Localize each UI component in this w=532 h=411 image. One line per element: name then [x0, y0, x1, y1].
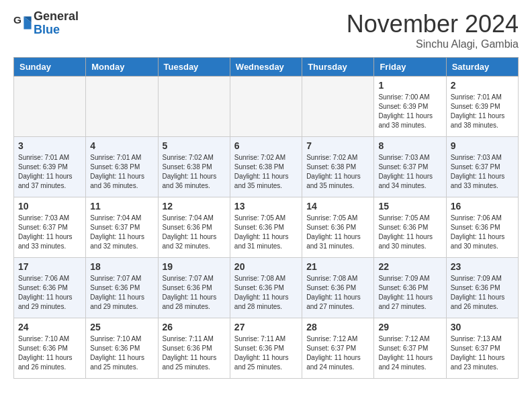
calendar-cell: 20Sunrise: 7:08 AM Sunset: 6:36 PM Dayli… [230, 258, 302, 318]
calendar-cell: 16Sunrise: 7:06 AM Sunset: 6:36 PM Dayli… [446, 197, 518, 258]
day-number: 13 [234, 201, 298, 212]
calendar-cell [230, 77, 302, 137]
day-number: 15 [378, 201, 441, 212]
calendar-cell: 2Sunrise: 7:01 AM Sunset: 6:39 PM Daylig… [446, 77, 518, 137]
day-number: 23 [451, 261, 514, 272]
calendar-cell: 21Sunrise: 7:08 AM Sunset: 6:36 PM Dayli… [302, 258, 374, 318]
calendar-cell: 11Sunrise: 7:04 AM Sunset: 6:37 PM Dayli… [86, 197, 158, 258]
weekday-header: Saturday [446, 58, 518, 77]
calendar-week-row: 1Sunrise: 7:00 AM Sunset: 6:39 PM Daylig… [14, 77, 519, 137]
weekday-header: Thursday [302, 58, 374, 77]
day-info: Sunrise: 7:03 AM Sunset: 6:37 PM Dayligh… [451, 153, 514, 191]
day-info: Sunrise: 7:10 AM Sunset: 6:36 PM Dayligh… [18, 334, 81, 372]
title-section: November 2024 Sinchu Alagi, Gambia [347, 10, 519, 50]
day-number: 8 [378, 140, 441, 151]
logo-general: General [34, 9, 79, 23]
day-number: 12 [163, 201, 226, 212]
calendar-week-row: 10Sunrise: 7:03 AM Sunset: 6:37 PM Dayli… [14, 197, 519, 258]
logo-text: General Blue [34, 10, 79, 37]
calendar-cell: 24Sunrise: 7:10 AM Sunset: 6:36 PM Dayli… [14, 318, 86, 379]
day-number: 17 [18, 261, 81, 272]
calendar-cell: 6Sunrise: 7:02 AM Sunset: 6:38 PM Daylig… [230, 137, 302, 197]
day-number: 6 [234, 140, 298, 151]
calendar-cell [302, 77, 374, 137]
day-info: Sunrise: 7:09 AM Sunset: 6:36 PM Dayligh… [378, 274, 441, 312]
day-info: Sunrise: 7:11 AM Sunset: 6:36 PM Dayligh… [163, 334, 226, 372]
calendar-cell: 25Sunrise: 7:10 AM Sunset: 6:36 PM Dayli… [86, 318, 158, 379]
calendar-cell [14, 77, 86, 137]
calendar-week-row: 17Sunrise: 7:06 AM Sunset: 6:36 PM Dayli… [14, 258, 519, 318]
day-number: 20 [234, 261, 298, 272]
calendar-cell: 23Sunrise: 7:09 AM Sunset: 6:36 PM Dayli… [446, 258, 518, 318]
day-info: Sunrise: 7:07 AM Sunset: 6:36 PM Dayligh… [163, 274, 226, 312]
day-info: Sunrise: 7:12 AM Sunset: 6:37 PM Dayligh… [306, 334, 369, 372]
calendar-cell: 4Sunrise: 7:01 AM Sunset: 6:38 PM Daylig… [86, 137, 158, 197]
day-info: Sunrise: 7:01 AM Sunset: 6:38 PM Dayligh… [90, 153, 153, 191]
day-info: Sunrise: 7:06 AM Sunset: 6:36 PM Dayligh… [18, 274, 81, 312]
calendar-cell: 22Sunrise: 7:09 AM Sunset: 6:36 PM Dayli… [374, 258, 446, 318]
calendar-cell: 14Sunrise: 7:05 AM Sunset: 6:36 PM Dayli… [302, 197, 374, 258]
month-title: November 2024 [347, 10, 519, 38]
calendar-cell: 12Sunrise: 7:04 AM Sunset: 6:36 PM Dayli… [158, 197, 230, 258]
day-info: Sunrise: 7:11 AM Sunset: 6:36 PM Dayligh… [234, 334, 298, 372]
day-number: 24 [18, 322, 81, 332]
day-info: Sunrise: 7:04 AM Sunset: 6:37 PM Dayligh… [90, 214, 153, 251]
calendar: SundayMondayTuesdayWednesdayThursdayFrid… [13, 57, 519, 379]
weekday-header: Sunday [14, 58, 86, 77]
calendar-week-row: 3Sunrise: 7:01 AM Sunset: 6:39 PM Daylig… [14, 137, 519, 197]
day-number: 27 [234, 322, 298, 332]
day-number: 14 [306, 201, 369, 212]
calendar-cell [158, 77, 230, 137]
logo: G General Blue [13, 10, 79, 37]
day-number: 28 [306, 322, 369, 332]
day-info: Sunrise: 7:04 AM Sunset: 6:36 PM Dayligh… [163, 214, 226, 251]
day-info: Sunrise: 7:03 AM Sunset: 6:37 PM Dayligh… [378, 153, 441, 191]
day-info: Sunrise: 7:07 AM Sunset: 6:36 PM Dayligh… [90, 274, 153, 312]
day-info: Sunrise: 7:10 AM Sunset: 6:36 PM Dayligh… [90, 334, 153, 372]
header: G General Blue November 2024 Sinchu Alag… [13, 10, 519, 50]
day-number: 5 [163, 140, 226, 151]
calendar-cell: 17Sunrise: 7:06 AM Sunset: 6:36 PM Dayli… [14, 258, 86, 318]
day-number: 18 [90, 261, 153, 272]
day-info: Sunrise: 7:08 AM Sunset: 6:36 PM Dayligh… [306, 274, 369, 312]
weekday-header: Wednesday [230, 58, 302, 77]
day-number: 7 [306, 140, 369, 151]
day-number: 1 [378, 80, 441, 91]
weekday-header: Tuesday [158, 58, 230, 77]
calendar-cell: 7Sunrise: 7:02 AM Sunset: 6:38 PM Daylig… [302, 137, 374, 197]
page: G General Blue November 2024 Sinchu Alag… [0, 0, 532, 389]
calendar-cell: 19Sunrise: 7:07 AM Sunset: 6:36 PM Dayli… [158, 258, 230, 318]
day-info: Sunrise: 7:00 AM Sunset: 6:39 PM Dayligh… [378, 93, 441, 130]
day-info: Sunrise: 7:12 AM Sunset: 6:37 PM Dayligh… [378, 334, 441, 372]
day-number: 26 [163, 322, 226, 332]
logo-icon: G [13, 14, 32, 33]
day-info: Sunrise: 7:01 AM Sunset: 6:39 PM Dayligh… [451, 93, 514, 130]
day-info: Sunrise: 7:08 AM Sunset: 6:36 PM Dayligh… [234, 274, 298, 312]
day-info: Sunrise: 7:13 AM Sunset: 6:37 PM Dayligh… [451, 334, 514, 372]
day-number: 2 [451, 80, 514, 91]
day-info: Sunrise: 7:03 AM Sunset: 6:37 PM Dayligh… [18, 214, 81, 251]
calendar-cell: 18Sunrise: 7:07 AM Sunset: 6:36 PM Dayli… [86, 258, 158, 318]
calendar-cell: 15Sunrise: 7:05 AM Sunset: 6:36 PM Dayli… [374, 197, 446, 258]
day-info: Sunrise: 7:09 AM Sunset: 6:36 PM Dayligh… [451, 274, 514, 312]
calendar-cell: 13Sunrise: 7:05 AM Sunset: 6:36 PM Dayli… [230, 197, 302, 258]
calendar-cell: 26Sunrise: 7:11 AM Sunset: 6:36 PM Dayli… [158, 318, 230, 379]
day-info: Sunrise: 7:06 AM Sunset: 6:36 PM Dayligh… [451, 214, 514, 251]
calendar-cell: 27Sunrise: 7:11 AM Sunset: 6:36 PM Dayli… [230, 318, 302, 379]
calendar-cell: 3Sunrise: 7:01 AM Sunset: 6:39 PM Daylig… [14, 137, 86, 197]
calendar-week-row: 24Sunrise: 7:10 AM Sunset: 6:36 PM Dayli… [14, 318, 519, 379]
day-info: Sunrise: 7:05 AM Sunset: 6:36 PM Dayligh… [378, 214, 441, 251]
calendar-cell: 30Sunrise: 7:13 AM Sunset: 6:37 PM Dayli… [446, 318, 518, 379]
day-number: 22 [378, 261, 441, 272]
calendar-cell: 1Sunrise: 7:00 AM Sunset: 6:39 PM Daylig… [374, 77, 446, 137]
day-info: Sunrise: 7:05 AM Sunset: 6:36 PM Dayligh… [234, 214, 298, 251]
day-number: 16 [451, 201, 514, 212]
svg-text:G: G [13, 14, 21, 26]
day-number: 9 [451, 140, 514, 151]
day-number: 11 [90, 201, 153, 212]
day-info: Sunrise: 7:01 AM Sunset: 6:39 PM Dayligh… [18, 153, 81, 191]
weekday-header: Friday [374, 58, 446, 77]
day-number: 3 [18, 140, 81, 151]
day-number: 19 [163, 261, 226, 272]
day-info: Sunrise: 7:02 AM Sunset: 6:38 PM Dayligh… [234, 153, 298, 191]
